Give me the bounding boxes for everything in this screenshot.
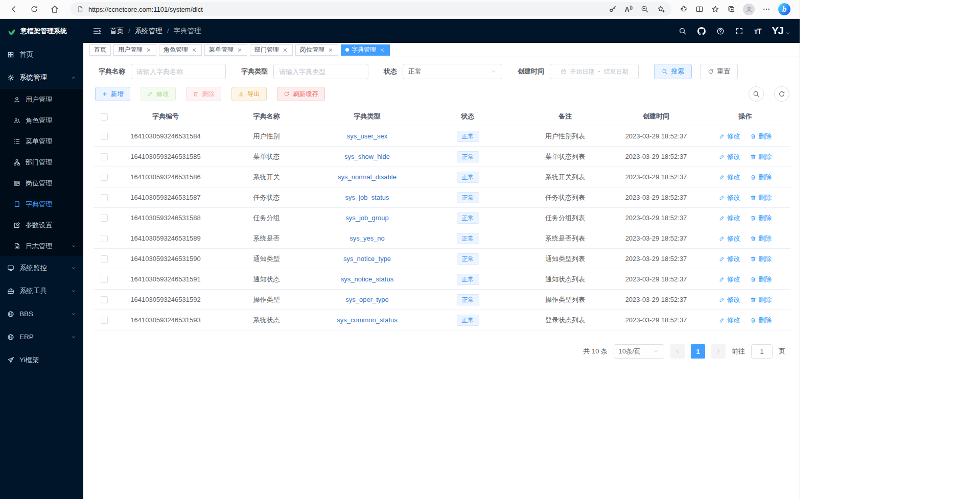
- row-delete-button[interactable]: 删除: [750, 213, 772, 223]
- page-size-select[interactable]: 10条/页: [614, 344, 664, 359]
- next-page-button[interactable]: [711, 344, 726, 359]
- row-delete-button[interactable]: 删除: [750, 152, 772, 161]
- sidebar-item-log-management[interactable]: 日志管理: [0, 235, 83, 256]
- sidebar-item-home[interactable]: 首页: [0, 43, 83, 66]
- read-aloud-icon[interactable]: A)): [625, 6, 633, 13]
- edit-button[interactable]: 修改: [141, 87, 176, 101]
- dict-name-input[interactable]: [131, 64, 226, 79]
- tab-dept-management[interactable]: 部门管理: [250, 44, 293, 56]
- row-delete-button[interactable]: 删除: [750, 173, 772, 182]
- browser-menu-icon[interactable]: [762, 5, 771, 14]
- dict-type-link[interactable]: sys_job_status: [345, 194, 389, 201]
- sidebar-item-dept-management[interactable]: 部门管理: [0, 152, 83, 173]
- user-dropdown[interactable]: YJ: [772, 25, 790, 37]
- sidebar-item-user-management[interactable]: 用户管理: [0, 89, 83, 110]
- sidebar-item-menu-management[interactable]: 菜单管理: [0, 131, 83, 152]
- row-checkbox[interactable]: [101, 255, 108, 263]
- dict-type-link[interactable]: sys_job_group: [345, 214, 389, 222]
- sidebar-item-system-tools[interactable]: 系统工具: [0, 279, 83, 302]
- row-edit-button[interactable]: 修改: [719, 173, 740, 182]
- page-number-button[interactable]: 1: [691, 344, 705, 359]
- tab-menu-management[interactable]: 菜单管理: [204, 44, 247, 56]
- goto-page-input[interactable]: [751, 344, 773, 359]
- row-delete-button[interactable]: 删除: [750, 234, 772, 243]
- profile-avatar[interactable]: [743, 4, 755, 15]
- sidebar-item-system-monitor[interactable]: 系统监控: [0, 256, 83, 279]
- github-icon[interactable]: [697, 27, 706, 35]
- date-range-picker[interactable]: 开始日期 - 结束日期: [550, 64, 639, 79]
- row-edit-button[interactable]: 修改: [719, 193, 740, 202]
- row-delete-button[interactable]: 删除: [750, 132, 772, 141]
- tab-home[interactable]: 首页: [89, 44, 111, 56]
- delete-button[interactable]: 删除: [186, 87, 221, 101]
- row-checkbox[interactable]: [101, 215, 108, 222]
- sidebar-item-erp[interactable]: ERP: [0, 325, 83, 348]
- row-delete-button[interactable]: 删除: [750, 254, 772, 264]
- close-icon[interactable]: [145, 46, 152, 53]
- close-icon[interactable]: [327, 46, 334, 53]
- collections-icon[interactable]: [727, 5, 735, 14]
- row-checkbox[interactable]: [101, 153, 108, 160]
- favorites-icon[interactable]: [711, 5, 719, 14]
- add-button[interactable]: 新增: [95, 87, 130, 101]
- row-delete-button[interactable]: 删除: [750, 295, 772, 304]
- sidebar-item-system-management[interactable]: 系统管理: [0, 66, 83, 89]
- row-edit-button[interactable]: 修改: [719, 254, 740, 264]
- tab-dict-management[interactable]: 字典管理: [341, 44, 390, 56]
- dict-type-link[interactable]: sys_yes_no: [349, 234, 385, 242]
- sidebar-toggle-icon[interactable]: [92, 27, 102, 36]
- close-icon[interactable]: [379, 46, 385, 53]
- row-edit-button[interactable]: 修改: [719, 234, 740, 243]
- row-edit-button[interactable]: 修改: [719, 132, 740, 141]
- address-bar[interactable]: https://ccnetcore.com:1101/system/dict A…: [71, 2, 671, 16]
- dict-type-input[interactable]: [273, 64, 368, 79]
- reset-button[interactable]: 重置: [700, 64, 738, 79]
- sidebar-item-post-management[interactable]: 岗位管理: [0, 173, 83, 194]
- row-checkbox[interactable]: [101, 296, 108, 303]
- zoom-out-icon[interactable]: [641, 5, 649, 14]
- refresh-table-button[interactable]: [774, 86, 789, 102]
- sidebar-item-param-settings[interactable]: 参数设置: [0, 215, 83, 235]
- app-logo[interactable]: 意框架管理系统: [0, 19, 83, 43]
- browser-home-button[interactable]: [46, 2, 63, 17]
- row-checkbox[interactable]: [101, 317, 108, 324]
- sidebar-item-role-management[interactable]: 角色管理: [0, 110, 83, 131]
- row-checkbox[interactable]: [101, 276, 108, 283]
- status-select[interactable]: 正常: [403, 64, 502, 79]
- row-delete-button[interactable]: 删除: [750, 316, 772, 325]
- fullscreen-icon[interactable]: [735, 27, 743, 35]
- dict-type-link[interactable]: sys_notice_status: [341, 275, 393, 283]
- sidebar-item-bbs[interactable]: BBS: [0, 302, 83, 325]
- dict-type-link[interactable]: sys_normal_disable: [338, 173, 396, 181]
- row-delete-button[interactable]: 删除: [750, 193, 772, 202]
- row-checkbox[interactable]: [101, 235, 108, 242]
- row-edit-button[interactable]: 修改: [719, 152, 740, 161]
- row-edit-button[interactable]: 修改: [719, 213, 740, 223]
- add-favorite-icon[interactable]: [657, 5, 665, 14]
- font-size-icon[interactable]: тT: [754, 27, 761, 35]
- bing-sidebar-button[interactable]: b: [778, 3, 790, 15]
- dict-type-link[interactable]: sys_oper_type: [345, 296, 389, 303]
- password-key-icon[interactable]: [609, 5, 617, 14]
- row-checkbox[interactable]: [101, 133, 108, 140]
- breadcrumb-system[interactable]: 系统管理: [135, 27, 162, 36]
- split-screen-icon[interactable]: [695, 5, 704, 14]
- search-button[interactable]: 搜索: [654, 64, 692, 79]
- browser-back-button[interactable]: [5, 2, 22, 17]
- dict-type-link[interactable]: sys_show_hide: [344, 153, 390, 160]
- sidebar-item-dict-management[interactable]: 字典管理: [0, 194, 83, 215]
- help-icon[interactable]: [716, 27, 725, 35]
- close-icon[interactable]: [236, 46, 243, 53]
- tab-role-management[interactable]: 角色管理: [159, 44, 202, 56]
- dict-type-link[interactable]: sys_notice_type: [343, 255, 391, 263]
- row-checkbox[interactable]: [101, 194, 108, 201]
- extensions-icon[interactable]: [680, 5, 688, 14]
- export-button[interactable]: 导出: [231, 87, 267, 101]
- row-checkbox[interactable]: [101, 174, 108, 181]
- dict-type-link[interactable]: sys_user_sex: [347, 132, 387, 140]
- row-edit-button[interactable]: 修改: [719, 295, 740, 304]
- row-delete-button[interactable]: 删除: [750, 275, 772, 284]
- close-icon[interactable]: [191, 46, 197, 53]
- sidebar-item-yi-framework[interactable]: Yi框架: [0, 348, 83, 371]
- select-all-checkbox[interactable]: [101, 113, 108, 121]
